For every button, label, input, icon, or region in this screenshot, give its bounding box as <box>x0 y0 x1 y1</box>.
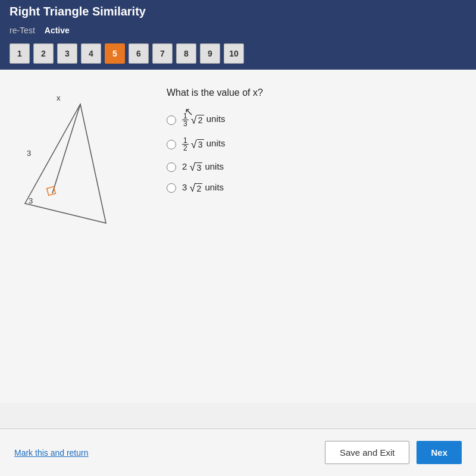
option-1-label[interactable]: 1 3 √2 units <box>182 112 225 127</box>
sub-header: re-Test Active <box>0 23 476 40</box>
svg-text:3: 3 <box>29 196 33 205</box>
question-area: What is the value of x? 1 3 √2 units <box>167 82 464 391</box>
svg-rect-2 <box>47 187 56 196</box>
option-1[interactable]: 1 3 √2 units <box>167 112 464 127</box>
options-list: 1 3 √2 units 1 2 <box>167 112 464 193</box>
pre-test-label[interactable]: re-Test <box>10 26 35 35</box>
option-3-label[interactable]: 2 √3 units <box>182 161 224 173</box>
tab-1[interactable]: 1 <box>10 43 30 64</box>
triangle-diagram: x 3 3 <box>12 87 131 242</box>
radio-opt1[interactable] <box>167 115 176 125</box>
mark-return-button[interactable]: Mark this and return <box>14 448 89 458</box>
diagram-area: x 3 3 <box>12 82 143 391</box>
option-4[interactable]: 3 √2 units <box>167 182 464 193</box>
option-4-label[interactable]: 3 √2 units <box>182 182 224 193</box>
question-tabs: 1 2 3 4 5 6 7 8 9 10 <box>0 40 476 70</box>
radio-opt4[interactable] <box>167 183 176 193</box>
tab-10[interactable]: 10 <box>224 43 244 64</box>
status-label: Active <box>45 26 70 35</box>
radio-opt2[interactable] <box>167 140 176 149</box>
tab-8[interactable]: 8 <box>176 43 196 64</box>
main-content: ↖ x 3 3 What is the value of x? <box>0 70 476 403</box>
sqrt-3-wrap: √3 <box>191 139 204 150</box>
question-text: What is the value of x? <box>167 87 464 98</box>
next-button[interactable]: Nex <box>416 441 462 464</box>
page-title: Right Triangle Similarity <box>0 0 476 23</box>
sqrt-3-wrap-2: √3 <box>190 162 203 173</box>
radio-opt3[interactable] <box>167 162 176 172</box>
fraction-1-2: 1 2 <box>182 137 189 152</box>
footer-right: Save and Exit Nex <box>325 441 462 464</box>
tab-9[interactable]: 9 <box>200 43 220 64</box>
svg-text:3: 3 <box>27 149 31 158</box>
tab-3[interactable]: 3 <box>57 43 77 64</box>
option-3[interactable]: 2 √3 units <box>167 161 464 173</box>
option-2[interactable]: 1 2 √3 units <box>167 137 464 152</box>
svg-line-1 <box>52 104 80 193</box>
fraction-1-3: 1 3 <box>182 112 189 127</box>
footer: Mark this and return Save and Exit Nex <box>0 428 476 476</box>
tab-6[interactable]: 6 <box>129 43 149 64</box>
sqrt-2-wrap: √2 <box>191 115 204 126</box>
svg-text:x: x <box>57 93 61 102</box>
tab-7[interactable]: 7 <box>152 43 173 64</box>
tab-5[interactable]: 5 <box>105 43 125 64</box>
option-2-label[interactable]: 1 2 √3 units <box>182 137 225 152</box>
tab-2[interactable]: 2 <box>33 43 54 64</box>
tab-4[interactable]: 4 <box>81 43 101 64</box>
title-text: Right Triangle Similarity <box>10 5 146 18</box>
svg-marker-0 <box>25 104 106 223</box>
save-exit-button[interactable]: Save and Exit <box>325 441 410 464</box>
sqrt-2-wrap-2: √2 <box>190 183 203 193</box>
